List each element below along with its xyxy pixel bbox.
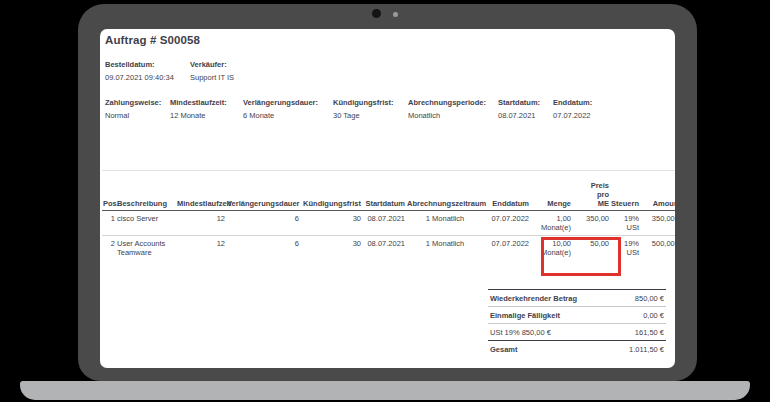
cell-amount: 500,00 € — [640, 236, 675, 261]
total-row-ust: USt 19% 850,00 € 161,50 € — [488, 323, 666, 340]
info-value: 30 Tage — [333, 111, 408, 121]
info-label: Enddatum: — [553, 98, 592, 108]
info-bestelldatum: Bestelldatum: 09.07.2021 09:40:34 — [105, 60, 190, 83]
info-label: Abrechnungsperiode: — [408, 98, 498, 108]
cell-mindestlaufzeit: 12 — [176, 236, 226, 261]
cell-amount: 350,00 € — [640, 211, 675, 236]
total-label: Einmalige Fälligkeit — [490, 311, 560, 320]
document-page: Auftrag # S00058 Bestelldatum: 09.07.202… — [100, 29, 675, 368]
info-label: Startdatum: — [498, 98, 553, 108]
info-value: 07.07.2022 — [553, 111, 592, 121]
cell-pos: 1 — [102, 211, 116, 236]
column-header-pos: Pos. — [102, 171, 116, 211]
cell-beschreibung: User Accounts Teamware — [116, 236, 176, 261]
info-value: 09.07.2021 09:40:34 — [105, 73, 190, 83]
cell-menge: 1,00 Monat(e) — [530, 211, 572, 236]
total-row-wiederkehrender-betrag: Wiederkehrender Betrag 850,00 € — [488, 290, 666, 306]
order-info-row: Bestelldatum: 09.07.2021 09:40:34 Verkäu… — [105, 60, 234, 83]
info-kuendigungsfrist: Kündigungsfrist: 30 Tage — [333, 98, 408, 121]
page-background: { "colors": { "highlight_red": "#e0322c"… — [0, 0, 770, 402]
cell-kuendigungsfrist: 30 — [300, 211, 362, 236]
cell-enddatum: 07.07.2022 — [484, 211, 530, 236]
total-label: USt 19% 850,00 € — [490, 328, 551, 337]
total-value: 0,00 € — [643, 311, 664, 320]
column-header-mindestlaufzeit: Mindestlaufzeit — [176, 171, 226, 211]
info-value: 6 Monate — [243, 111, 333, 121]
cell-enddatum: 07.07.2022 — [484, 236, 530, 261]
total-row-einmalige-faelligkeit: Einmalige Fälligkeit 0,00 € — [488, 306, 666, 323]
column-header-preis-pro-me: Preis pro ME — [572, 171, 610, 211]
column-header-steuern: Steuern — [610, 171, 640, 211]
cell-kuendigungsfrist: 30 — [300, 236, 362, 261]
total-label: Wiederkehrender Betrag — [490, 294, 577, 303]
totals-table: Wiederkehrender Betrag 850,00 € Einmalig… — [488, 289, 666, 357]
webcam-icon — [372, 9, 381, 18]
column-header-menge: Menge — [530, 171, 572, 211]
column-header-startdatum: Startdatum — [362, 171, 406, 211]
column-header-kuendigungsfrist: Kündigungsfrist — [300, 171, 362, 211]
webcam-led-icon — [393, 12, 398, 17]
info-value: 12 Monate — [170, 111, 243, 121]
info-value: Support IT IS — [190, 73, 234, 83]
info-verkaeufer: Verkäufer: Support IT IS — [190, 60, 234, 83]
total-label: Gesamt — [490, 345, 518, 354]
info-abrechnungsperiode: Abrechnungsperiode: Monatlich — [408, 98, 498, 121]
info-label: Mindestlaufzeit: — [170, 98, 243, 108]
info-startdatum: Startdatum: 08.07.2021 — [498, 98, 553, 121]
cell-steuern: 19% USt — [610, 211, 640, 236]
cell-preis-pro-me: 350,00 — [572, 211, 610, 236]
cell-pos: 2 — [102, 236, 116, 261]
cell-abrechnungszeitraum: 1 Monatlich — [406, 236, 484, 261]
total-value: 161,50 € — [635, 328, 664, 337]
info-zahlungsweise: Zahlungsweise: Normal — [105, 98, 170, 121]
page-title: Auftrag # S00058 — [105, 34, 200, 46]
info-label: Zahlungsweise: — [105, 98, 170, 108]
laptop-base — [20, 381, 750, 400]
cell-startdatum: 08.07.2021 — [362, 236, 406, 261]
info-verlaengerungsdauer: Verlängerungsdauer: 6 Monate — [243, 98, 333, 121]
table-header-row: Pos. Beschreibung Mindestlaufzeit Verlän… — [102, 171, 675, 211]
cell-beschreibung: cisco Server — [116, 211, 176, 236]
laptop-screen-bezel: Auftrag # S00058 Bestelldatum: 09.07.202… — [78, 4, 697, 381]
cell-verlaengerungsdauer: 6 — [226, 236, 300, 261]
table-row: 1 cisco Server 12 6 30 08.07.2021 1 Mona… — [102, 211, 675, 236]
cell-mindestlaufzeit: 12 — [176, 211, 226, 236]
info-label: Bestelldatum: — [105, 60, 190, 70]
total-row-gesamt: Gesamt 1.011,50 € — [488, 340, 666, 357]
info-mindestlaufzeit: Mindestlaufzeit: 12 Monate — [170, 98, 243, 121]
cell-startdatum: 08.07.2021 — [362, 211, 406, 236]
column-header-enddatum: Enddatum — [484, 171, 530, 211]
info-value: Monatlich — [408, 111, 498, 121]
column-header-beschreibung: Beschreibung — [116, 171, 176, 211]
total-value: 1.011,50 € — [629, 345, 664, 354]
info-label: Verlängerungsdauer: — [243, 98, 333, 108]
cell-verlaengerungsdauer: 6 — [226, 211, 300, 236]
column-header-abrechnungszeitraum: Abrechnungszeitraum — [406, 171, 484, 211]
info-label: Kündigungsfrist: — [333, 98, 408, 108]
info-enddatum: Enddatum: 07.07.2022 — [553, 98, 592, 121]
cell-abrechnungszeitraum: 1 Monatlich — [406, 211, 484, 236]
total-value: 850,00 € — [635, 294, 664, 303]
info-value: 08.07.2021 — [498, 111, 553, 121]
red-annotation-box — [541, 237, 621, 276]
column-header-amount: Amount — [640, 171, 675, 211]
contract-terms-row: Zahlungsweise: Normal Mindestlaufzeit: 1… — [105, 98, 592, 121]
column-header-verlaengerungsdauer: Verlängerungsdauer — [226, 171, 300, 211]
info-label: Verkäufer: — [190, 60, 234, 70]
info-value: Normal — [105, 111, 170, 121]
